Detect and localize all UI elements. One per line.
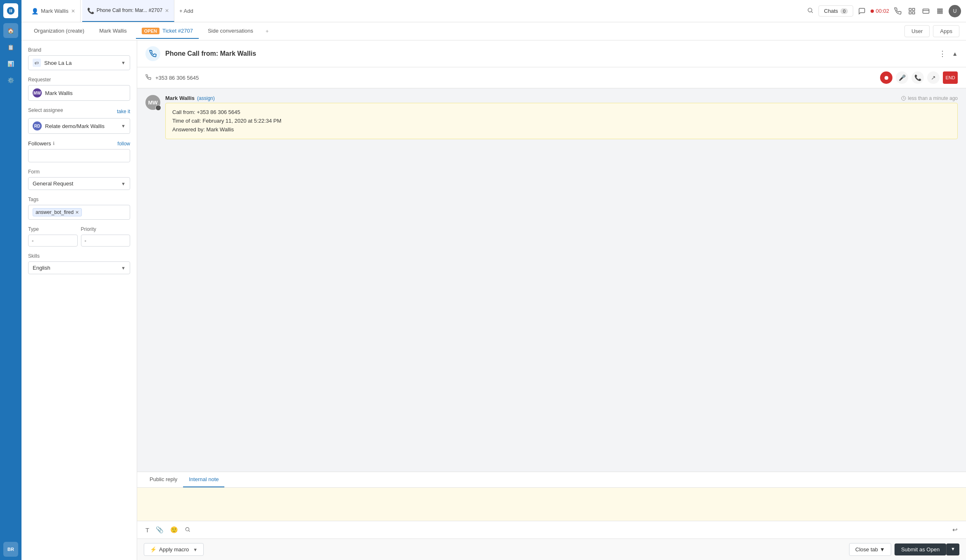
search-content-button[interactable] bbox=[183, 525, 192, 535]
skills-value: English bbox=[33, 265, 50, 271]
internal-note-tab[interactable]: Internal note bbox=[183, 472, 224, 487]
type-select[interactable]: - bbox=[28, 235, 78, 247]
chat-icon-button[interactable] bbox=[857, 6, 867, 17]
phone-bar-icon bbox=[145, 74, 151, 81]
type-field: Type - bbox=[28, 226, 78, 247]
format-text-button[interactable]: T bbox=[144, 525, 151, 535]
attach-file-button[interactable]: 📎 bbox=[154, 524, 165, 535]
assignee-value: Relate demo/Mark Wallis bbox=[45, 123, 105, 129]
search-button[interactable] bbox=[805, 5, 815, 17]
skills-chevron-icon: ▼ bbox=[121, 266, 126, 271]
form-label: Form bbox=[28, 169, 130, 175]
svg-point-15 bbox=[940, 12, 941, 14]
tags-input[interactable]: answer_bot_fired ✕ bbox=[28, 205, 130, 220]
transfer-button[interactable]: ↗ bbox=[927, 71, 940, 84]
brand-badge[interactable]: BR bbox=[3, 542, 18, 557]
reply-area: Public reply Internal note T 📎 🙂 ↩ bbox=[137, 472, 966, 539]
brand-value: Shoe La La bbox=[44, 60, 72, 66]
submit-as-open-button[interactable]: Submit as Open bbox=[895, 543, 946, 555]
nav-settings-icon[interactable]: ⚙️ bbox=[3, 73, 18, 88]
tab-mark-wallis-page[interactable]: Mark Wallis bbox=[93, 24, 133, 39]
call-hold-button[interactable]: 📞 bbox=[911, 71, 924, 84]
requester-input[interactable]: MW Mark Wallis bbox=[28, 85, 130, 101]
tab-phone-close-button[interactable]: ✕ bbox=[165, 8, 169, 14]
message-body: Call from: +353 86 306 5645 Time of call… bbox=[165, 103, 958, 139]
collapse-button[interactable]: ▲ bbox=[952, 50, 958, 57]
reply-input[interactable] bbox=[137, 488, 966, 521]
phone-bar: +353 86 306 5645 ⏺ 🎤 📞 ↗ END bbox=[137, 67, 966, 88]
macro-arrow-icon: ▼ bbox=[193, 547, 197, 552]
priority-select[interactable]: - bbox=[81, 235, 131, 247]
bottom-right-actions: Close tab ▼ Submit as Open ▼ bbox=[849, 543, 959, 556]
emoji-button[interactable]: 🙂 bbox=[169, 524, 180, 535]
skills-select[interactable]: English ▼ bbox=[28, 261, 130, 274]
nav-home-icon[interactable]: 🏠 bbox=[3, 23, 18, 38]
chats-button[interactable]: Chats 0 bbox=[818, 5, 853, 17]
add-page-tab-button[interactable]: + bbox=[262, 26, 272, 36]
nav-reports-icon[interactable]: 📊 bbox=[3, 56, 18, 71]
submit-arrow-button[interactable]: ▼ bbox=[946, 543, 959, 555]
brand-section: Brand 🏷 Shoe La La ▼ bbox=[28, 47, 130, 70]
call-timer: 00:02 bbox=[871, 8, 889, 14]
followers-header: Followers ℹ follow bbox=[28, 140, 130, 147]
call-time: 00:02 bbox=[876, 8, 889, 14]
grid-icon-button[interactable] bbox=[907, 6, 917, 17]
user-tab-button[interactable]: User bbox=[904, 25, 930, 37]
svg-rect-5 bbox=[909, 12, 911, 14]
assign-link[interactable]: (assign) bbox=[197, 95, 215, 101]
tab-side-conversations[interactable]: Side conversations bbox=[202, 24, 259, 39]
more-options-button[interactable]: ⋮ bbox=[936, 48, 949, 59]
call-from: Call from: +353 86 306 5645 bbox=[172, 108, 951, 117]
followers-info-icon: ℹ bbox=[53, 141, 55, 146]
content-area: Brand 🏷 Shoe La La ▼ Requester MW Mark bbox=[21, 40, 966, 560]
take-it-link[interactable]: take it bbox=[117, 109, 130, 114]
follow-link[interactable]: follow bbox=[117, 141, 130, 147]
end-call-button[interactable]: END bbox=[943, 71, 958, 84]
tab-phone-call[interactable]: 📞 Phone Call from: Mar... #2707 ✕ bbox=[82, 0, 174, 22]
user-avatar-button[interactable]: U bbox=[949, 5, 961, 17]
message-content: Mark Wallis (assign) less than a minute … bbox=[165, 95, 958, 139]
apply-macro-button[interactable]: ⚡ Apply macro ▼ bbox=[144, 543, 204, 556]
svg-point-14 bbox=[937, 12, 939, 14]
tab-phone-label: Phone Call from: Mar... #2707 bbox=[97, 7, 162, 14]
followers-input[interactable] bbox=[28, 149, 130, 162]
svg-line-19 bbox=[189, 530, 190, 532]
apps-tab-button[interactable]: Apps bbox=[933, 25, 959, 37]
card-icon-button[interactable] bbox=[921, 6, 931, 17]
svg-point-9 bbox=[940, 9, 941, 10]
brand-select[interactable]: 🏷 Shoe La La ▼ bbox=[28, 55, 130, 70]
tag-chip: answer_bot_fired ✕ bbox=[33, 208, 82, 216]
nav-tickets-icon[interactable]: 📋 bbox=[3, 40, 18, 55]
tags-section: Tags answer_bot_fired ✕ bbox=[28, 197, 130, 220]
app-logo[interactable] bbox=[3, 3, 18, 18]
add-tab-button[interactable]: + Add bbox=[176, 6, 197, 16]
tab-organization[interactable]: Organization (create) bbox=[28, 24, 90, 39]
tab-mark-wallis[interactable]: 👤 Mark Wallis ✕ bbox=[26, 0, 81, 22]
assignee-section: Select assignee take it RD Relate demo/M… bbox=[28, 107, 130, 134]
message-time: less than a minute ago bbox=[901, 95, 958, 101]
mute-button[interactable]: 🎤 bbox=[896, 71, 908, 84]
phone-icon-button[interactable] bbox=[892, 6, 903, 17]
tab-close-button[interactable]: ✕ bbox=[71, 8, 75, 14]
priority-label: Priority bbox=[81, 226, 131, 232]
form-select[interactable]: General Request ▼ bbox=[28, 177, 130, 190]
tag-value: answer_bot_fired bbox=[36, 209, 74, 215]
apps-grid-button[interactable] bbox=[935, 6, 945, 17]
ticket-header-actions: ⋮ ▲ bbox=[936, 48, 958, 59]
tab-label: Mark Wallis bbox=[41, 8, 69, 14]
svg-point-11 bbox=[937, 10, 939, 12]
send-options-button[interactable]: ↩ bbox=[951, 524, 959, 535]
avatar-phone-badge: 📞 bbox=[155, 105, 161, 111]
record-button[interactable]: ⏺ bbox=[880, 71, 892, 84]
ticket-main-area: Phone Call from: Mark Wallis ⋮ ▲ +353 86… bbox=[137, 40, 966, 560]
tab-ticket[interactable]: OPEN Ticket #2707 bbox=[136, 24, 199, 39]
assignee-select[interactable]: RD Relate demo/Mark Wallis ▼ bbox=[28, 118, 130, 134]
phone-number: +353 86 306 5645 bbox=[155, 75, 876, 81]
macro-label: Apply macro bbox=[159, 546, 189, 553]
tag-remove-button[interactable]: ✕ bbox=[75, 210, 79, 215]
type-label: Type bbox=[28, 226, 78, 232]
close-tab-button[interactable]: Close tab ▼ bbox=[849, 543, 891, 556]
form-section: Form General Request ▼ bbox=[28, 169, 130, 190]
close-tab-label: Close tab bbox=[855, 546, 878, 553]
public-reply-tab[interactable]: Public reply bbox=[144, 472, 183, 487]
